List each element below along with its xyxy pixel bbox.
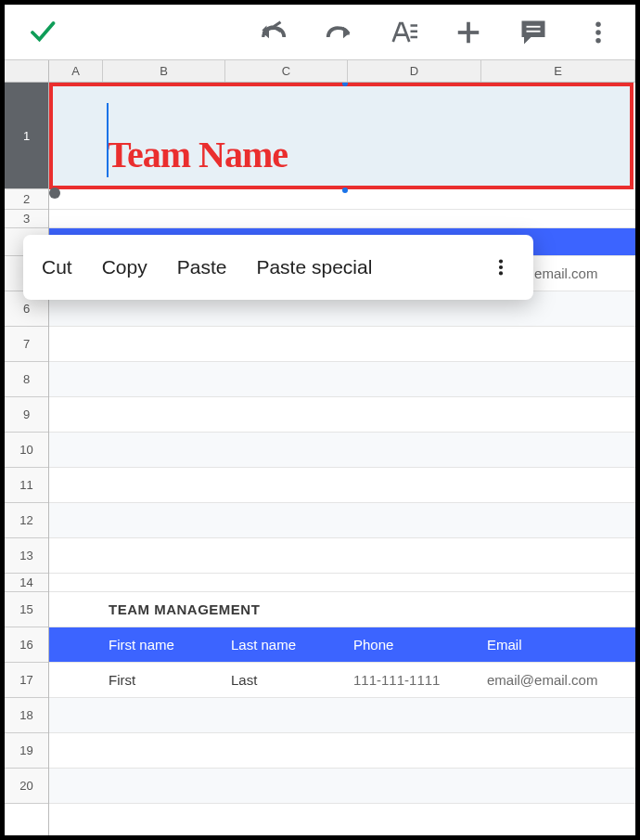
insert-button[interactable]	[441, 5, 496, 60]
selection-handle[interactable]	[49, 187, 60, 199]
row-header-16[interactable]: 16	[5, 627, 48, 663]
selected-cell[interactable]: Team Name	[49, 83, 634, 189]
row-header-17[interactable]: 17	[5, 663, 48, 698]
column-header-d[interactable]: D	[348, 60, 481, 82]
row-header-13[interactable]: 13	[5, 538, 48, 574]
svg-point-9	[595, 21, 601, 27]
more-vert-icon	[584, 19, 612, 46]
comment-button[interactable]	[506, 5, 561, 60]
svg-marker-1	[343, 26, 351, 38]
table-header-row-2: First name Last name Phone Email	[49, 627, 635, 663]
menu-more-button[interactable]	[487, 257, 515, 278]
row-header-9[interactable]: 9	[5, 397, 48, 433]
section-title: TEAM MANAGEMENT	[103, 592, 635, 627]
menu-paste-special[interactable]: Paste special	[256, 256, 372, 278]
row-header-11[interactable]: 11	[5, 468, 48, 503]
svg-point-13	[499, 265, 503, 269]
toolbar	[5, 5, 635, 60]
check-icon	[28, 19, 56, 46]
column-header-a[interactable]: A	[49, 60, 103, 82]
select-all-corner[interactable]	[5, 60, 49, 82]
header-last-name: Last name	[225, 627, 348, 662]
text-format-icon	[390, 19, 417, 46]
menu-copy[interactable]: Copy	[102, 256, 147, 278]
header-first-name: First name	[103, 627, 225, 662]
cell-last[interactable]: Last	[225, 663, 348, 697]
column-header-b[interactable]: B	[103, 60, 225, 82]
row-header-19[interactable]: 19	[5, 733, 48, 769]
row-header-2[interactable]: 2	[5, 189, 48, 210]
undo-icon	[260, 19, 288, 46]
row-header-15[interactable]: 15	[5, 592, 48, 627]
row-header-10[interactable]: 10	[5, 433, 48, 468]
svg-point-14	[499, 271, 503, 275]
overflow-button[interactable]	[570, 5, 626, 60]
cells-area[interactable]: Team Name First Last 111-111-1111 email@…	[49, 83, 635, 835]
cell-title-text: Team Name	[107, 133, 288, 176]
svg-point-10	[595, 30, 601, 35]
header-phone: Phone	[348, 627, 481, 662]
plus-icon	[454, 19, 482, 46]
svg-point-12	[499, 259, 503, 263]
undo-button[interactable]	[246, 5, 301, 60]
context-menu: Cut Copy Paste Paste special	[23, 235, 533, 300]
table-row[interactable]: First Last 111-111-1111 email@email.com	[49, 663, 635, 698]
more-vert-icon	[491, 257, 511, 278]
selection-dot-bottom[interactable]	[342, 187, 348, 193]
column-header-e[interactable]: E	[481, 60, 635, 82]
text-cursor	[107, 103, 109, 177]
cell-email[interactable]: email@email.com	[481, 663, 635, 697]
redo-icon	[325, 19, 352, 46]
svg-point-11	[595, 38, 601, 44]
row-header-3[interactable]: 3	[5, 210, 48, 228]
column-header-c[interactable]: C	[225, 60, 348, 82]
header-email: Email	[481, 627, 635, 662]
cell-phone[interactable]: 111-111-1111	[348, 663, 481, 697]
menu-paste[interactable]: Paste	[177, 256, 227, 278]
row-headers: 1 2 3 4 5 6 7 8 9 10 11 12 13 14 15 16 1…	[5, 83, 49, 835]
row-header-12[interactable]: 12	[5, 503, 48, 538]
menu-cut[interactable]: Cut	[42, 256, 72, 278]
row-header-18[interactable]: 18	[5, 698, 48, 733]
redo-button[interactable]	[311, 5, 366, 60]
row-header-14[interactable]: 14	[5, 574, 48, 592]
comment-icon	[519, 19, 547, 46]
cell-first[interactable]: First	[103, 663, 225, 697]
confirm-button[interactable]	[14, 5, 70, 60]
section-title-row: TEAM MANAGEMENT	[49, 592, 635, 627]
text-format-button[interactable]	[376, 5, 431, 60]
row-header-1[interactable]: 1	[5, 83, 48, 189]
row-header-7[interactable]: 7	[5, 327, 48, 362]
row-header-20[interactable]: 20	[5, 769, 48, 804]
row-header-8[interactable]: 8	[5, 362, 48, 397]
column-headers: A B C D E	[5, 60, 635, 83]
